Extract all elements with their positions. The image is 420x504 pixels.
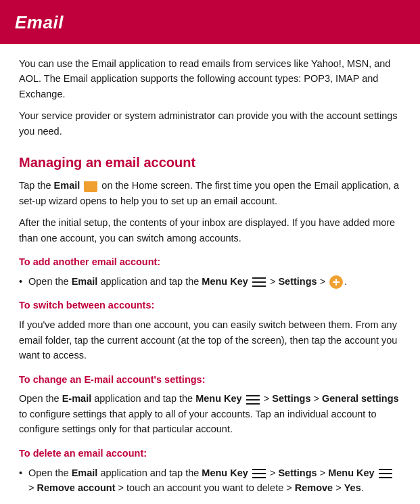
delete-text-mid2: > Settings > xyxy=(270,467,328,478)
intro-para2: Your service provider or system administ… xyxy=(19,108,401,139)
delete-yes-label: Yes xyxy=(344,482,361,493)
intro-para1: You can use the Email application to rea… xyxy=(19,56,401,101)
switch-accounts-title: To switch between accounts: xyxy=(19,298,401,313)
menu-key-icon-2 xyxy=(246,395,260,405)
delete-text-start: Open the xyxy=(28,467,72,478)
email-app-icon xyxy=(84,181,97,192)
add-account-text-start: Open the xyxy=(28,276,72,287)
delete-gt2: > xyxy=(333,482,344,493)
add-account-plus-icon xyxy=(329,275,343,289)
delete-account-bullet: Open the Email application and tap the M… xyxy=(19,465,401,496)
add-account-email-label: Email xyxy=(72,276,98,287)
add-account-text-end: > Settings > xyxy=(270,276,328,287)
managing-section-title: Managing an email account xyxy=(19,154,401,171)
header-bar: Email xyxy=(0,0,420,44)
change-text-mid: application and tap the xyxy=(91,393,195,404)
delete-menukey-label: Menu Key xyxy=(202,467,248,478)
add-account-bullet: Open the Email application and tap the M… xyxy=(19,274,401,289)
change-text-mid2: > Settings > xyxy=(264,393,322,404)
delete-email-label: Email xyxy=(72,467,98,478)
change-text-start: Open the xyxy=(19,393,62,404)
managing-email-label: Email xyxy=(54,180,80,191)
change-email-label: E-mail xyxy=(62,393,92,404)
switch-accounts-text: If you've added more than one account, y… xyxy=(19,317,401,363)
managing-para1-start: Tap the xyxy=(19,180,54,191)
managing-para2: After the initial setup, the contents of… xyxy=(19,215,401,246)
page-title: Email xyxy=(15,9,405,36)
add-account-text-mid: application and tap the xyxy=(97,276,202,287)
change-settings-title: To change an E-mail account's settings: xyxy=(19,373,401,388)
add-account-menukey-label: Menu Key xyxy=(202,276,248,287)
delete-account-title: To delete an email account: xyxy=(19,446,401,461)
menu-key-icon-3 xyxy=(252,469,266,478)
delete-remove-account-label: Remove account xyxy=(37,482,116,493)
change-menukey-label: Menu Key xyxy=(195,393,242,404)
managing-para1: Tap the Email on the Home screen. The fi… xyxy=(19,178,401,208)
change-general-settings-label: General settings xyxy=(322,393,399,404)
delete-menukey2-label: Menu Key xyxy=(328,467,375,478)
menu-key-icon-1 xyxy=(252,277,266,287)
delete-gt1: > xyxy=(28,482,37,493)
change-text-end: to configure settings that apply to all … xyxy=(19,409,377,434)
delete-text-mid: application and tap the xyxy=(97,467,202,478)
delete-remove-label: Remove xyxy=(295,482,333,493)
change-settings-text: Open the E-mail application and tap the … xyxy=(19,391,401,436)
add-account-title: To add another email account: xyxy=(19,255,401,270)
delete-text-end: > touch an account you want to delete > xyxy=(116,482,295,493)
delete-period: . xyxy=(361,482,364,493)
content-area: You can use the Email application to rea… xyxy=(0,44,420,504)
menu-key-icon-4 xyxy=(379,469,392,478)
